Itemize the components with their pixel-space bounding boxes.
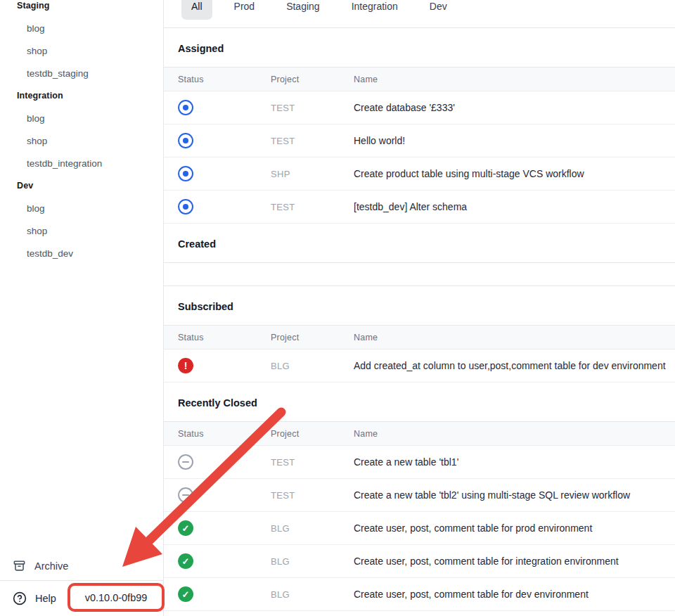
open-issue-status-icon (178, 166, 193, 181)
name-cell: Create product table using multi-stage V… (354, 168, 675, 179)
env-group-label: Dev (17, 181, 33, 191)
project-cell: BLG (271, 523, 354, 534)
status-cell (178, 166, 271, 181)
name-cell: Add created_at column to user,post,comme… (354, 360, 675, 371)
sidebar-spacer (0, 264, 163, 551)
column-header: Project (271, 429, 354, 439)
database-label: testdb_integration (27, 158, 102, 169)
table-row[interactable]: ✓ BLG Create user, post, comment table f… (164, 545, 675, 578)
sidebar-item-shop[interactable]: shop (0, 39, 163, 62)
name-cell: Create a new table 'tbl1' (354, 456, 675, 468)
archive-button[interactable]: Archive (0, 551, 163, 580)
status-cell (178, 487, 271, 503)
column-header: Project (271, 333, 354, 342)
database-tree: Stagingblogshoptestdb_stagingIntegration… (0, 0, 163, 264)
table-row[interactable]: TEST Create a new table 'tbl1' (164, 446, 675, 479)
section-recently-closed: Recently Closed Status Project Name TEST… (164, 383, 675, 611)
table-row[interactable]: ✓ BLG Create user, post, comment table f… (164, 578, 675, 611)
main-content: AllProdStagingIntegrationDev Assigned St… (164, 0, 675, 616)
done-issue-status-icon: ✓ (178, 553, 193, 569)
column-header: Name (354, 429, 675, 439)
table-row[interactable]: TEST Create database '£333' (164, 91, 675, 124)
database-label: blog (27, 113, 45, 124)
column-header: Status (178, 75, 271, 84)
sidebar-item-blog[interactable]: blog (0, 197, 163, 219)
tab-integration[interactable]: Integration (342, 0, 408, 20)
column-header: Project (271, 75, 354, 84)
tab-prod[interactable]: Prod (224, 0, 265, 20)
column-header: Status (178, 333, 271, 342)
database-label: blog (27, 23, 45, 34)
table-header-row: Status Project Name (164, 326, 675, 349)
section-title: Subscribed (164, 286, 675, 326)
section-created: Created (164, 224, 675, 286)
help-label[interactable]: Help (35, 593, 56, 604)
table-row[interactable]: SHP Create product table using multi-sta… (164, 158, 675, 191)
section-title: Assigned (164, 28, 675, 68)
sidebar-item-blog[interactable]: blog (0, 107, 163, 129)
tab-dev[interactable]: Dev (420, 0, 457, 20)
database-label: shop (27, 46, 47, 56)
table-row[interactable]: TEST Hello world! (164, 124, 675, 158)
database-label: shop (27, 136, 47, 146)
table-row[interactable]: ! BLG Add created_at column to user,post… (164, 349, 675, 383)
table-header-row: Status Project Name (164, 68, 675, 91)
project-cell: TEST (271, 202, 354, 212)
status-cell: ! (178, 358, 271, 373)
table-header-row: Status Project Name (164, 422, 675, 446)
tab-all[interactable]: All (181, 0, 212, 20)
name-cell: Create user, post, comment table for pro… (354, 522, 675, 534)
sidebar-item-shop[interactable]: shop (0, 129, 163, 152)
environment-tabbar: AllProdStagingIntegrationDev (164, 0, 675, 28)
env-group-staging[interactable]: Staging (0, 0, 163, 17)
canceled-issue-status-icon (178, 487, 193, 503)
done-issue-status-icon: ✓ (178, 586, 193, 602)
project-cell: TEST (271, 457, 354, 468)
name-cell: Create user, post, comment table for int… (354, 556, 675, 567)
table-row[interactable]: ✓ BLG Create user, post, comment table f… (164, 512, 675, 545)
project-cell: BLG (271, 556, 354, 567)
database-label: testdb_staging (27, 68, 89, 79)
env-group-label: Integration (17, 91, 63, 101)
open-issue-status-icon (178, 133, 193, 148)
status-cell (178, 100, 271, 115)
tab-staging[interactable]: Staging (276, 0, 329, 20)
error-issue-status-icon: ! (178, 358, 193, 373)
sidebar-item-shop[interactable]: shop (0, 219, 163, 242)
help-icon[interactable] (13, 591, 27, 605)
env-group-dev[interactable]: Dev (0, 174, 163, 197)
name-cell: Create a new table 'tbl2' using multi-st… (354, 489, 675, 501)
sidebar: Stagingblogshoptestdb_stagingIntegration… (0, 0, 164, 616)
section-subscribed: Subscribed Status Project Name ! BLG Add… (164, 286, 675, 383)
archive-label: Archive (34, 560, 68, 572)
project-cell: SHP (271, 169, 354, 179)
project-cell: TEST (271, 136, 354, 146)
canceled-issue-status-icon (178, 454, 193, 470)
status-cell (178, 454, 271, 470)
project-cell: BLG (271, 361, 354, 371)
name-cell: Create database '£333' (354, 102, 675, 113)
project-cell: BLG (271, 589, 354, 600)
table-row[interactable]: TEST Create a new table 'tbl2' using mul… (164, 479, 675, 512)
section-title: Created (164, 224, 675, 263)
app-window: Stagingblogshoptestdb_stagingIntegration… (0, 0, 675, 616)
sidebar-item-testdb_dev[interactable]: testdb_dev (0, 242, 163, 264)
column-header: Status (178, 429, 271, 439)
status-cell: ✓ (178, 553, 271, 569)
project-cell: TEST (271, 490, 354, 501)
open-issue-status-icon (178, 100, 193, 115)
database-label: testdb_dev (27, 248, 73, 259)
status-cell (178, 133, 271, 148)
issue-sections: Assigned Status Project Name TEST Create… (164, 28, 675, 611)
env-group-integration[interactable]: Integration (0, 84, 163, 107)
table-row[interactable]: TEST [testdb_dev] Alter schema (164, 191, 675, 224)
sidebar-item-blog[interactable]: blog (0, 17, 163, 39)
sidebar-item-testdb_integration[interactable]: testdb_integration (0, 152, 163, 174)
section-title: Recently Closed (164, 383, 675, 422)
empty-table-strip (164, 263, 675, 286)
sidebar-item-testdb_staging[interactable]: testdb_staging (0, 62, 163, 84)
version-badge: v0.10.0-0fb99 (68, 583, 165, 612)
project-cell: TEST (271, 103, 354, 113)
status-cell: ✓ (178, 520, 271, 536)
help-row: Help v0.10.0-0fb99 (0, 581, 163, 616)
